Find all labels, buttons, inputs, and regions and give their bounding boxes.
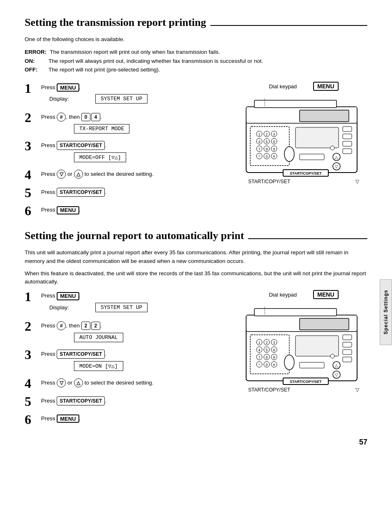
fax-diagram-1: 1 2 3 4 5 6 7 8 9 * 0 # bbox=[242, 92, 365, 183]
svg-text:1: 1 bbox=[258, 132, 260, 136]
section1-step4: 4 Press ▽ or △ to select the desired set… bbox=[25, 168, 232, 181]
svg-point-72 bbox=[284, 355, 294, 370]
svg-text:#: # bbox=[273, 363, 275, 367]
svg-text:△: △ bbox=[335, 363, 338, 368]
s2-step2-display-area: AUTO JOURNAL bbox=[49, 332, 232, 343]
step1-display-label: Display: bbox=[49, 96, 69, 102]
page-number: 57 bbox=[359, 438, 367, 447]
s2-menu-key-2: MENU bbox=[57, 415, 79, 423]
section1-options: ERROR: The transmission report will prin… bbox=[25, 48, 367, 74]
section2-diagram-col: Dial keypad MENU 1 2 3 4 5 6 7 8 9 * 0 bbox=[240, 290, 367, 431]
section2-step6: 6 Press MENU. bbox=[25, 413, 232, 426]
option-error-text: The transmission report will print out o… bbox=[50, 48, 367, 57]
svg-rect-32 bbox=[343, 149, 352, 154]
svg-text:4: 4 bbox=[258, 348, 260, 352]
svg-text:△: △ bbox=[335, 155, 338, 159]
svg-text:▽: ▽ bbox=[335, 164, 338, 169]
s2-step4-instruction: Press ▽ or △ to select the desired setti… bbox=[41, 378, 232, 387]
section1-step2: 2 Press #, then 0 4 . TX-REPORT MODE bbox=[25, 111, 232, 134]
svg-text:6: 6 bbox=[273, 348, 275, 352]
s2-step1-display-row: Display: SYSTEM SET UP bbox=[49, 302, 232, 313]
svg-rect-75 bbox=[343, 350, 352, 355]
option-on: ON: The report will always print out, in… bbox=[25, 57, 367, 66]
section2-title: Setting the journal report to automatica… bbox=[25, 230, 244, 242]
option-on-label: ON: bbox=[25, 57, 45, 66]
svg-rect-46 bbox=[300, 318, 349, 330]
s2-step3-instruction: Press START/COPY/SET. bbox=[41, 350, 232, 359]
section1-step5: 5 Press START/COPY/SET. bbox=[25, 186, 232, 199]
svg-text:*: * bbox=[258, 363, 260, 367]
svg-text:7: 7 bbox=[258, 147, 260, 151]
step2-content: Press #, then 0 4 . TX-REPORT MODE bbox=[41, 111, 232, 134]
page-content: Setting the transmission report printing… bbox=[0, 0, 392, 455]
svg-text:2: 2 bbox=[265, 341, 267, 345]
step6-number: 6 bbox=[25, 204, 38, 217]
svg-rect-3 bbox=[250, 127, 289, 166]
section2-intro1: This unit will automatically print a jou… bbox=[25, 249, 367, 265]
svg-text:8: 8 bbox=[265, 147, 267, 151]
svg-text:5: 5 bbox=[265, 140, 267, 144]
option-error-label: ERROR: bbox=[25, 48, 46, 57]
s2-up-key: △ bbox=[74, 378, 83, 387]
down-arrow-key-1: ▽ bbox=[57, 170, 66, 179]
down-arrow-diagram-2: ▽ bbox=[355, 387, 359, 393]
s2-step5-instruction: Press START/COPY/SET. bbox=[41, 396, 232, 405]
s2-step6-number: 6 bbox=[25, 413, 38, 426]
s2-step4-content: Press ▽ or △ to select the desired setti… bbox=[41, 377, 232, 389]
section2-title-row: Setting the journal report to automatica… bbox=[25, 230, 367, 242]
option-error: ERROR: The transmission report will prin… bbox=[25, 48, 367, 57]
section1-step3: 3 Press START/COPY/SET. MODE=OFF [▽△] bbox=[25, 139, 232, 163]
section1-title-line bbox=[210, 25, 367, 26]
step1-number: 1 bbox=[25, 82, 38, 95]
step3-instruction: Press START/COPY/SET. bbox=[41, 141, 232, 150]
step4-number: 4 bbox=[25, 168, 38, 181]
s2-down-key: ▽ bbox=[57, 378, 66, 387]
section1-step6: 6 Press MENU. bbox=[25, 204, 232, 217]
svg-rect-77 bbox=[295, 336, 339, 356]
step3-display-area: MODE=OFF [▽△] bbox=[49, 152, 232, 163]
s2-step1-display-box: SYSTEM SET UP bbox=[95, 303, 148, 312]
start-copy-set-label-2: START/COPY/SET bbox=[248, 387, 290, 393]
section2-title-line bbox=[248, 238, 367, 239]
step1-display-box: SYSTEM SET UP bbox=[95, 94, 148, 104]
menu-key-1: MENU bbox=[57, 83, 79, 92]
s2-step6-content: Press MENU. bbox=[41, 413, 232, 424]
s2-step3-display-area: MODE=ON [▽△] bbox=[49, 360, 232, 372]
s2-step3-content: Press START/COPY/SET. MODE=ON [▽△] bbox=[41, 348, 232, 372]
s2-step6-instruction: Press MENU. bbox=[41, 415, 232, 423]
section1-diagram-col: Dial keypad MENU 1 2 3 4 5 bbox=[240, 82, 367, 222]
s2-key-2b: 2 bbox=[91, 322, 100, 330]
section2-intro2: When this feature is deactivated, the un… bbox=[25, 269, 367, 286]
svg-text:4: 4 bbox=[258, 140, 260, 144]
svg-text:#: # bbox=[273, 154, 275, 159]
step1-instruction: Press MENU. bbox=[41, 83, 232, 92]
key-0: 0 bbox=[81, 113, 90, 121]
svg-text:5: 5 bbox=[265, 348, 267, 352]
section2-step1: 1 Press MENU. Display: SYSTEM SET UP bbox=[25, 290, 232, 314]
s2-step3-display-box: MODE=ON [▽△] bbox=[74, 361, 123, 371]
s2-key-2a: 2 bbox=[81, 322, 90, 330]
svg-text:9: 9 bbox=[273, 147, 275, 151]
svg-rect-30 bbox=[343, 134, 352, 139]
section2-diagram-labels: Dial keypad MENU bbox=[269, 290, 338, 299]
section1-diagram-bottom: START/COPY/SET ▽ bbox=[240, 179, 367, 184]
svg-text:START/COPY/SET: START/COPY/SET bbox=[290, 171, 322, 175]
s2-step5-content: Press START/COPY/SET. bbox=[41, 395, 232, 407]
s2-menu-key-1: MENU bbox=[57, 292, 79, 300]
section1-intro: One of the following choices is availabl… bbox=[25, 35, 367, 44]
s2-step1-content: Press MENU. Display: SYSTEM SET UP bbox=[41, 290, 232, 314]
start-key-2: START/COPY/SET bbox=[57, 188, 105, 197]
svg-rect-33 bbox=[295, 127, 339, 148]
s2-step2-display-box: AUTO JOURNAL bbox=[74, 333, 123, 342]
hash-key-1: # bbox=[57, 113, 66, 122]
section2-steps-col: 1 Press MENU. Display: SYSTEM SET UP 2 P bbox=[25, 290, 232, 431]
svg-rect-29 bbox=[343, 127, 352, 131]
step3-number: 3 bbox=[25, 139, 38, 152]
start-copy-set-label-1: START/COPY/SET bbox=[248, 179, 290, 184]
option-off-text: The report will not print (pre-selected … bbox=[48, 65, 367, 74]
svg-rect-2 bbox=[300, 110, 349, 122]
svg-rect-31 bbox=[343, 141, 352, 146]
down-arrow-diagram-1: ▽ bbox=[355, 179, 359, 184]
svg-text:▽: ▽ bbox=[335, 373, 338, 377]
section2-step4: 4 Press ▽ or △ to select the desired set… bbox=[25, 377, 232, 390]
